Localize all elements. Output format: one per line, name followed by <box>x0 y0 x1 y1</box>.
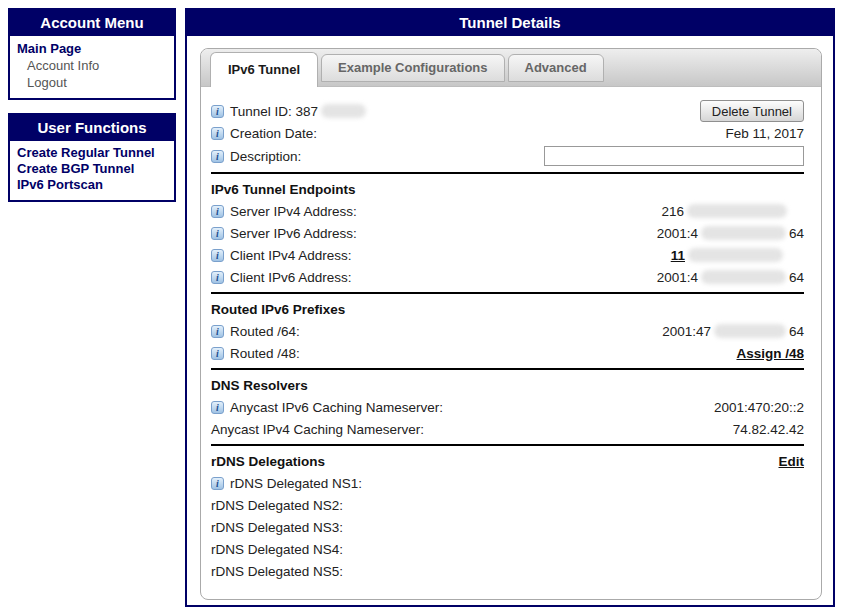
routed-64-value-end: 64 <box>789 324 804 339</box>
description-label: Description: <box>230 149 301 164</box>
delete-tunnel-button[interactable]: Delete Tunnel <box>700 100 804 122</box>
anycast-ipv4-value: 74.82.42.42 <box>733 422 804 437</box>
tunnel-id-label: Tunnel ID: <box>230 104 292 119</box>
creation-date-label: Creation Date: <box>230 126 317 141</box>
account-menu-box: Account Menu Main Page Account Info Logo… <box>8 8 176 100</box>
info-icon[interactable]: i <box>211 325 224 338</box>
sidebar-item-logout[interactable]: Logout <box>17 74 167 91</box>
routed-64-row: i Routed /64: 2001:47 64 <box>211 320 804 342</box>
anycast-ipv4-label: Anycast IPv4 Caching Nameserver: <box>211 422 424 437</box>
assign-48-link[interactable]: Assign /48 <box>736 346 804 361</box>
server-ipv6-value-end: 64 <box>789 226 804 241</box>
info-icon[interactable]: i <box>211 249 224 262</box>
tunnel-id-value: 387 <box>296 104 319 119</box>
dns-heading: DNS Resolvers <box>211 374 804 396</box>
redacted-tunnel-id <box>321 104 366 118</box>
user-functions-title: User Functions <box>10 115 174 141</box>
info-icon[interactable]: i <box>211 105 224 118</box>
tunnel-id-label-group: i Tunnel ID: 387 <box>211 104 369 119</box>
info-icon[interactable]: i <box>211 401 224 414</box>
rdns-ns3-row: rDNS Delegated NS3: <box>211 516 804 538</box>
rdns-heading-row: rDNS Delegations Edit <box>211 450 804 472</box>
tab-container: IPv6 Tunnel Example Configurations Advan… <box>200 48 822 600</box>
tab-ipv6-tunnel[interactable]: IPv6 Tunnel <box>210 52 318 87</box>
description-row: i Description: <box>211 144 804 168</box>
server-ipv6-value-start: 2001:4 <box>657 226 698 241</box>
description-input[interactable] <box>544 146 804 166</box>
rdns-ns3-label: rDNS Delegated NS3: <box>211 520 343 535</box>
creation-date-row: i Creation Date: Feb 11, 2017 <box>211 122 804 144</box>
rdns-ns4-row: rDNS Delegated NS4: <box>211 538 804 560</box>
client-ipv4-row: i Client IPv4 Address: 11 <box>211 244 804 266</box>
info-icon[interactable]: i <box>211 127 224 140</box>
sidebar-item-create-regular-tunnel[interactable]: Create Regular Tunnel <box>17 145 167 161</box>
tunnel-id-row: i Tunnel ID: 387 Delete Tunnel <box>211 100 804 122</box>
rdns-ns5-row: rDNS Delegated NS5: <box>211 560 804 582</box>
routed-48-label: Routed /48: <box>230 346 300 361</box>
rdns-ns2-row: rDNS Delegated NS2: <box>211 494 804 516</box>
sidebar: Account Menu Main Page Account Info Logo… <box>8 8 176 215</box>
server-ipv4-value: 216 <box>661 204 684 219</box>
anycast-ipv4-row: Anycast IPv4 Caching Nameserver: 74.82.4… <box>211 418 804 440</box>
client-ipv4-link[interactable]: 11 <box>671 248 685 263</box>
rdns-ns4-label: rDNS Delegated NS4: <box>211 542 343 557</box>
rdns-ns5-label: rDNS Delegated NS5: <box>211 564 343 579</box>
routed-heading: Routed IPv6 Prefixes <box>211 298 804 320</box>
rdns-edit-link[interactable]: Edit <box>779 454 805 469</box>
section-separator <box>211 368 804 370</box>
tab-content: i Tunnel ID: 387 Delete Tunnel i Creatio… <box>201 87 821 582</box>
rdns-ns1-label: rDNS Delegated NS1: <box>230 476 362 491</box>
client-ipv6-row: i Client IPv6 Address: 2001:4 64 <box>211 266 804 288</box>
anycast-ipv6-value: 2001:470:20::2 <box>714 400 804 415</box>
redacted-server-ipv4 <box>687 204 787 218</box>
creation-date-value: Feb 11, 2017 <box>725 126 804 141</box>
info-icon[interactable]: i <box>211 271 224 284</box>
info-icon[interactable]: i <box>211 227 224 240</box>
section-separator <box>211 292 804 294</box>
tunnel-details-panel: Tunnel Details IPv6 Tunnel Example Confi… <box>185 8 835 607</box>
routed-48-row: i Routed /48: Assign /48 <box>211 342 804 364</box>
sidebar-item-ipv6-portscan[interactable]: IPv6 Portscan <box>17 177 167 193</box>
routed-64-label: Routed /64: <box>230 324 300 339</box>
account-menu-items: Main Page Account Info Logout <box>10 36 174 98</box>
anycast-ipv6-row: i Anycast IPv6 Caching Nameserver: 2001:… <box>211 396 804 418</box>
info-icon[interactable]: i <box>211 150 224 163</box>
info-icon[interactable]: i <box>211 477 224 490</box>
tab-example-configurations[interactable]: Example Configurations <box>321 54 505 82</box>
rdns-ns2-label: rDNS Delegated NS2: <box>211 498 343 513</box>
client-ipv6-value-end: 64 <box>789 270 804 285</box>
server-ipv6-row: i Server IPv6 Address: 2001:4 64 <box>211 222 804 244</box>
user-functions-box: User Functions Create Regular Tunnel Cre… <box>8 113 176 202</box>
client-ipv4-label: Client IPv4 Address: <box>230 248 352 263</box>
routed-64-value-start: 2001:47 <box>662 324 711 339</box>
rdns-ns1-row: i rDNS Delegated NS1: <box>211 472 804 494</box>
rdns-heading: rDNS Delegations <box>211 454 325 469</box>
redacted-routed-64 <box>714 324 786 338</box>
tab-advanced[interactable]: Advanced <box>508 54 604 82</box>
info-icon[interactable]: i <box>211 347 224 360</box>
sidebar-item-create-bgp-tunnel[interactable]: Create BGP Tunnel <box>17 161 167 177</box>
endpoints-heading: IPv6 Tunnel Endpoints <box>211 178 804 200</box>
server-ipv4-label: Server IPv4 Address: <box>230 204 357 219</box>
anycast-ipv6-label: Anycast IPv6 Caching Nameserver: <box>230 400 443 415</box>
server-ipv4-row: i Server IPv4 Address: 216 <box>211 200 804 222</box>
sidebar-item-account-info[interactable]: Account Info <box>17 57 167 74</box>
page-title: Tunnel Details <box>187 10 833 36</box>
section-separator <box>211 172 804 174</box>
client-ipv6-label: Client IPv6 Address: <box>230 270 352 285</box>
tab-strip: IPv6 Tunnel Example Configurations Advan… <box>201 49 821 87</box>
redacted-client-ipv4 <box>688 248 783 262</box>
info-icon[interactable]: i <box>211 205 224 218</box>
sidebar-item-main-page[interactable]: Main Page <box>17 40 167 57</box>
account-menu-title: Account Menu <box>10 10 174 36</box>
section-separator <box>211 444 804 446</box>
redacted-client-ipv6 <box>701 270 786 284</box>
redacted-server-ipv6 <box>701 226 786 240</box>
client-ipv6-value-start: 2001:4 <box>657 270 698 285</box>
server-ipv6-label: Server IPv6 Address: <box>230 226 357 241</box>
user-functions-items: Create Regular Tunnel Create BGP Tunnel … <box>10 141 174 200</box>
